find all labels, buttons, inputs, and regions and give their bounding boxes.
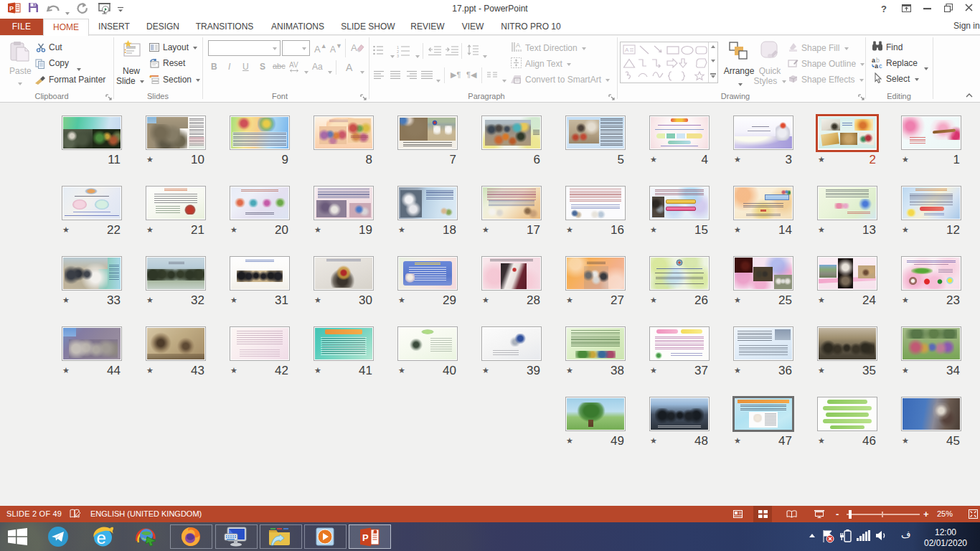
- svg-text:c: c: [879, 62, 882, 69]
- svg-text:P: P: [362, 532, 369, 543]
- svg-text:P: P: [9, 5, 14, 12]
- svg-text:3: 3: [397, 54, 399, 58]
- svg-text:A: A: [516, 42, 520, 49]
- svg-text:AV: AV: [289, 62, 298, 69]
- svg-text:A: A: [351, 42, 357, 53]
- svg-text:A: A: [625, 47, 629, 53]
